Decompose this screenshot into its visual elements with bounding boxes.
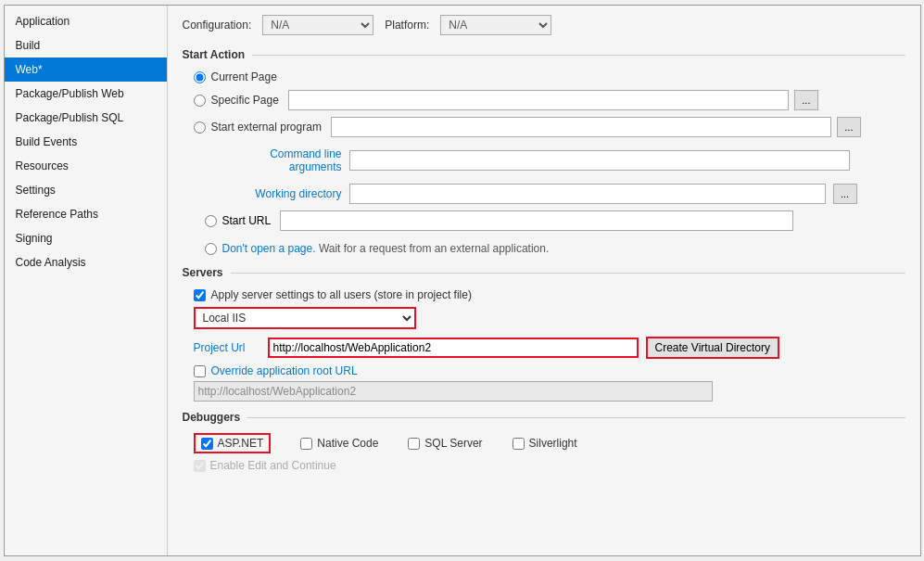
start-external-row: Start external program ... xyxy=(194,117,905,137)
project-url-label: Project Url xyxy=(194,341,260,354)
server-select[interactable]: Local IIS IIS Express Custom Web Server xyxy=(194,307,416,329)
override-label: Override application root URL xyxy=(211,364,358,377)
servers-header: Servers xyxy=(183,266,905,279)
server-dropdown-row: Local IIS IIS Express Custom Web Server xyxy=(194,307,905,329)
aspnet-label: ASP.NET xyxy=(218,437,264,450)
sidebar-item-settings[interactable]: Settings xyxy=(5,178,167,202)
sql-server-checkbox[interactable] xyxy=(408,438,420,450)
command-line-label: Command line arguments xyxy=(216,147,342,173)
specific-page-row: Specific Page ... xyxy=(194,90,905,110)
sidebar-item-resources[interactable]: Resources xyxy=(5,154,167,178)
specific-page-radio[interactable] xyxy=(194,95,206,107)
current-page-label: Current Page xyxy=(211,70,277,83)
dont-open-text: Don't open a page. xyxy=(222,242,316,255)
dont-open-label: Don't open a page. Wait for a request fr… xyxy=(222,242,550,255)
enable-edit-label: Enable Edit and Continue xyxy=(210,459,336,472)
create-virtual-directory-button[interactable]: Create Virtual Directory xyxy=(646,337,780,359)
start-action-header: Start Action xyxy=(183,48,905,61)
apply-server-checkbox[interactable] xyxy=(194,289,206,301)
debuggers-header: Debuggers xyxy=(183,411,905,424)
specific-page-label: Specific Page xyxy=(211,94,279,107)
debuggers-section: Debuggers ASP.NET Native Code SQL Serve xyxy=(183,411,905,472)
start-external-label: Start external program xyxy=(211,121,322,134)
enable-edit-row: Enable Edit and Continue xyxy=(194,459,905,472)
project-url-row: Project Url Create Virtual Directory xyxy=(194,337,905,359)
sidebar-item-build[interactable]: Build xyxy=(5,33,167,57)
sql-server-item: SQL Server xyxy=(408,437,482,450)
enable-edit-checkbox[interactable] xyxy=(194,460,206,472)
debuggers-row: ASP.NET Native Code SQL Server Silverlig… xyxy=(194,433,905,453)
debuggers-divider xyxy=(247,417,905,418)
start-url-radio[interactable] xyxy=(205,215,217,227)
top-bar: Configuration: N/A Platform: N/A xyxy=(183,15,905,35)
servers-divider xyxy=(231,273,905,274)
aspnet-checkbox[interactable] xyxy=(201,438,213,450)
aspnet-box: ASP.NET xyxy=(194,433,272,453)
sql-server-label: SQL Server xyxy=(424,437,482,450)
project-url-input[interactable] xyxy=(268,338,639,358)
specific-page-input[interactable] xyxy=(288,90,789,110)
native-code-checkbox[interactable] xyxy=(300,438,312,450)
native-code-label: Native Code xyxy=(317,437,378,450)
start-url-row: Start URL xyxy=(205,210,905,231)
sidebar-item-build-events[interactable]: Build Events xyxy=(5,130,167,154)
sidebar: Application Build Web* Package/Publish W… xyxy=(5,6,168,555)
dont-open-row: Don't open a page. Wait for a request fr… xyxy=(205,242,905,255)
start-external-input[interactable] xyxy=(331,117,831,137)
working-dir-input[interactable] xyxy=(349,184,826,204)
silverlight-label: Silverlight xyxy=(529,437,577,450)
command-line-input[interactable] xyxy=(349,150,850,171)
sidebar-item-reference-paths[interactable]: Reference Paths xyxy=(5,202,167,226)
apply-server-label: Apply server settings to all users (stor… xyxy=(211,288,472,301)
working-dir-row: Working directory ... xyxy=(216,184,905,204)
sidebar-item-application[interactable]: Application xyxy=(5,9,167,33)
command-line-row: Command line arguments xyxy=(216,147,905,173)
start-url-label: Start URL xyxy=(222,214,272,227)
apply-server-row: Apply server settings to all users (stor… xyxy=(194,288,905,301)
sidebar-item-signing[interactable]: Signing xyxy=(5,226,167,250)
override-row: Override application root URL xyxy=(194,364,905,377)
sidebar-item-package-publish-web[interactable]: Package/Publish Web xyxy=(5,82,167,106)
working-dir-label: Working directory xyxy=(216,187,342,200)
dont-open-radio[interactable] xyxy=(205,243,217,255)
working-dir-browse-btn[interactable]: ... xyxy=(833,184,857,204)
sidebar-item-web[interactable]: Web* xyxy=(5,57,167,82)
servers-section: Servers Apply server settings to all use… xyxy=(183,266,905,402)
start-action-title: Start Action xyxy=(183,48,246,61)
current-page-row: Current Page xyxy=(194,70,905,83)
configuration-select[interactable]: N/A xyxy=(262,15,373,35)
sidebar-item-package-publish-sql[interactable]: Package/Publish SQL xyxy=(5,106,167,130)
override-checkbox[interactable] xyxy=(194,365,206,377)
specific-page-browse-btn[interactable]: ... xyxy=(794,90,818,110)
app-root-input xyxy=(194,381,713,402)
servers-title: Servers xyxy=(183,266,223,279)
start-external-browse-btn[interactable]: ... xyxy=(837,117,861,137)
native-code-item: Native Code xyxy=(300,437,378,450)
configuration-label: Configuration: xyxy=(183,19,252,32)
dont-open-sub: Wait for a request from an external appl… xyxy=(319,242,549,255)
silverlight-item: Silverlight xyxy=(513,437,577,450)
start-external-radio[interactable] xyxy=(194,121,206,134)
start-action-options: Current Page Specific Page ... Start ext… xyxy=(194,70,905,255)
platform-label: Platform: xyxy=(385,19,429,32)
current-page-radio[interactable] xyxy=(194,71,206,83)
debuggers-title: Debuggers xyxy=(183,411,241,424)
sidebar-item-code-analysis[interactable]: Code Analysis xyxy=(5,250,167,274)
platform-select[interactable]: N/A xyxy=(440,15,551,35)
start-url-input[interactable] xyxy=(280,210,793,231)
start-action-divider xyxy=(252,55,905,56)
main-content: Configuration: N/A Platform: N/A Start A… xyxy=(168,6,920,555)
silverlight-checkbox[interactable] xyxy=(513,438,525,450)
